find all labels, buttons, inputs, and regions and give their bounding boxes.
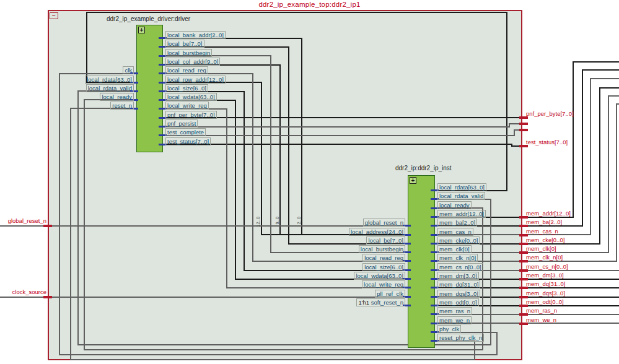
ip-expand-icon[interactable]: + (410, 177, 416, 184)
input-pin-global_reset_n[interactable]: global_reset_n (8, 217, 46, 225)
output-pin-mem_cas_n[interactable]: mem_cas_n (526, 228, 558, 235)
ip-port-local_size-6-0-[interactable]: local_size[6..0] (362, 263, 405, 271)
output-pin-mem_addr-12-0-[interactable]: mem_addr[12..0] (526, 210, 571, 217)
output-pin-tick (519, 129, 528, 131)
ip-port-local_write_req[interactable]: local_write_req (362, 280, 405, 288)
driver-port-local_read_req[interactable]: local_read_req (165, 66, 208, 74)
ip-instance-title: ddr2_ip:ddr2_ip_inst (395, 165, 452, 171)
driver-port-local_bank_addr-2-0-[interactable]: local_bank_addr[2..0] (165, 31, 226, 39)
driver-port-reset_n[interactable]: reset_n (110, 102, 134, 110)
ip-port-mem_clk-0-[interactable]: mem_clk[0] (437, 245, 472, 253)
ip-port-mem_cs_n-0-0-[interactable]: mem_cs_n[0..0] (437, 263, 483, 271)
driver-port-local_write_req[interactable]: local_write_req (165, 102, 209, 110)
wire-pnf-persist[interactable] (163, 124, 524, 127)
input-pin-tick (43, 296, 52, 298)
ip-port-local_be-7-0-[interactable]: local_be[7..0] (366, 236, 405, 245)
ip-port-phy_clk[interactable]: phy_clk (437, 325, 461, 333)
ip-port-mem_dqs-3-0-[interactable]: mem_dqs[3..0] (437, 290, 480, 298)
driver-port-local_row_addr-12-0-[interactable]: local_row_addr[12..0] (165, 76, 226, 84)
output-pin-mem_cs_n-0-0-[interactable]: mem_cs_n[0..0] (526, 263, 568, 271)
ip-port-mem_odt-0-0-[interactable]: mem_odt[0..0] (437, 298, 479, 306)
output-pin-mem_dm-3-0-[interactable]: mem_dm[3..0] (526, 272, 564, 279)
ip-port-local_burstbegin[interactable]: local_burstbegin (359, 245, 405, 253)
wire-test-complete[interactable] (163, 130, 524, 136)
bus-slice-label: 12..0 (255, 217, 261, 227)
driver-port-pnf_per_byte-7-0-[interactable]: pnf_per_byte[7..0] (165, 111, 217, 119)
ip-port-global_reset_n[interactable]: global_reset_n (363, 219, 405, 227)
driver-port-clk[interactable]: clk (123, 66, 134, 74)
driver-port-local_wdata-63-0-[interactable]: local_wdata[63..0] (165, 93, 217, 101)
ip-port-pll_ref_clk[interactable]: pll_ref_clk (375, 290, 405, 298)
ip-port-mem_we_n[interactable]: mem_we_n (437, 316, 472, 324)
driver-port-local_size-6-0-[interactable]: local_size[6..0] (165, 84, 208, 92)
constant-value: 1'h1 (358, 299, 369, 306)
input-pin-tick (43, 225, 52, 227)
driver-instance-block[interactable] (136, 25, 163, 152)
ip-port-local_address-24-0-[interactable]: local_address[24..0] (349, 228, 405, 236)
ip-port-local_rdata-63-0-[interactable]: local_rdata[63..0] (437, 183, 486, 191)
ip-port-local_read_req[interactable]: local_read_req (362, 254, 405, 262)
ip-port-mem_dq-31-0-[interactable]: mem_dq[31..0] (437, 280, 480, 288)
bus-slice-label: 2..0 (296, 217, 302, 225)
driver-port-test_complete[interactable]: test_complete (165, 128, 206, 136)
driver-port-pnf_persist[interactable]: pnf_persist (165, 119, 198, 128)
output-pin-mem_we_n[interactable]: mem_we_n (526, 316, 556, 324)
output-pin-mem_clk_n-0-[interactable]: mem_clk_n[0] (526, 254, 563, 261)
ip-port-reset_phy_clk_n[interactable]: reset_phy_clk_n (437, 334, 484, 342)
ip-port-mem_ba-2-0-[interactable]: mem_ba[2..0] (437, 219, 477, 227)
ip-port-mem_ras_n[interactable]: mem_ras_n (437, 307, 472, 315)
output-pin-mem_odt-0-0-[interactable]: mem_odt[0..0] (526, 298, 564, 306)
ip-port-mem_addr-12-0-[interactable]: mem_addr[12..0] (437, 210, 486, 218)
ip-port-mem_cke-0-0-[interactable]: mem_cke[0..0] (437, 236, 480, 245)
output-pin-mem_ras_n[interactable]: mem_ras_n (526, 307, 557, 314)
output-pin-mem_dq-31-0-[interactable]: mem_dq[31..0] (526, 280, 565, 288)
output-pin-mem_dqs-3-0-[interactable]: mem_dqs[3..0] (526, 290, 565, 297)
wire-test-status[interactable] (163, 144, 524, 146)
bus-slice-label: 9..0 (274, 217, 280, 225)
driver-port-local_col_addr-9-0-[interactable]: local_col_addr[9..0] (165, 58, 220, 66)
driver-port-local_rdata_valid[interactable]: local_rdata_valid (86, 84, 134, 92)
output-pin-tick (519, 123, 528, 125)
ip-port-soft_reset_n[interactable]: 1'h1 soft_reset_n (356, 298, 405, 306)
ip-port-local_wdata-63-0-[interactable]: local_wdata[63..0] (354, 272, 405, 280)
driver-port-local_burstbegin[interactable]: local_burstbegin (165, 49, 212, 57)
port-name: soft_reset_n (371, 299, 403, 306)
output-pin-mem_ba-2-0-[interactable]: mem_ba[2..0] (526, 219, 562, 226)
output-pin-test_status[7..0][interactable]: test_status[7..0] (526, 139, 568, 146)
ip-port-local_ready[interactable]: local_ready (437, 201, 472, 209)
output-pin-pnf_per_byte[7..0][interactable]: pnf_per_byte[7..0] (526, 110, 574, 118)
driver-instance-title: ddr2_ip_example_driver:driver (107, 15, 190, 22)
driver-port-test_status-7-0-[interactable]: test_status[7..0] (165, 137, 211, 145)
ip-port-local_rdata_valid[interactable]: local_rdata_valid (437, 192, 485, 200)
output-pin-mem_cke-0-0-[interactable]: mem_cke[0..0] (526, 236, 564, 244)
ip-port-mem_clk_n-0-[interactable]: mem_clk_n[0] (437, 254, 478, 262)
input-pin-clock_source[interactable]: clock_source (12, 288, 46, 296)
output-pin-mem_clk-0-[interactable]: mem_clk[0] (526, 245, 556, 253)
driver-expand-icon[interactable]: + (138, 27, 145, 33)
ip-port-mem_cas_n[interactable]: mem_cas_n (437, 228, 473, 236)
driver-port-local_rdata-63-0-[interactable]: local_rdata[63..0] (85, 76, 134, 84)
driver-port-local_ready[interactable]: local_ready (100, 93, 134, 101)
driver-port-local_be-7-0-[interactable]: local_be[7..0] (165, 40, 204, 48)
ip-port-mem_dm-3-0-[interactable]: mem_dm[3..0] (437, 272, 479, 280)
